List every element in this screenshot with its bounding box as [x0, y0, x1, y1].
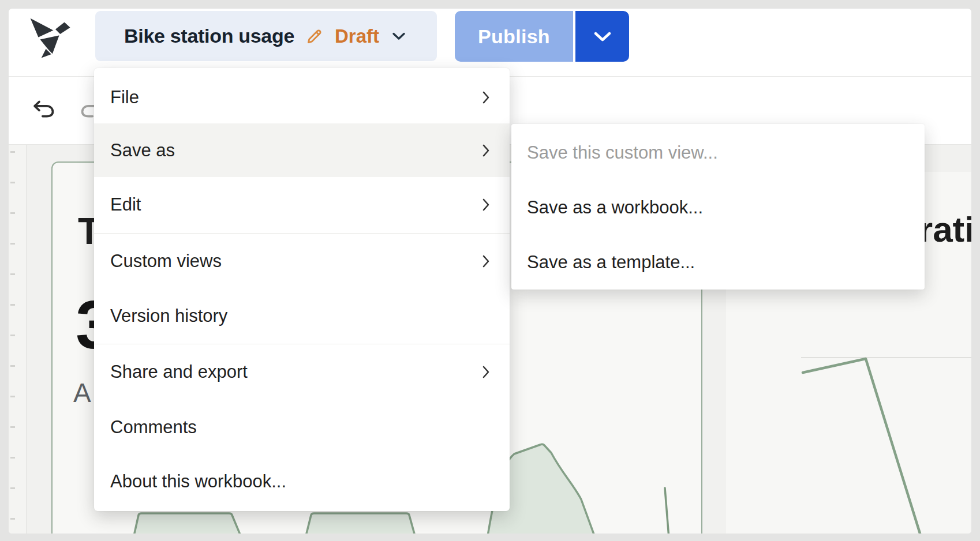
pencil-icon — [305, 27, 324, 46]
save-as-submenu: Save this custom view... Save as a workb… — [511, 124, 925, 290]
menu-item-label: Comments — [110, 417, 197, 438]
menu-item-label: Save as — [110, 140, 175, 161]
app-window: Bike station usage Draft Publish T 3 A — [9, 9, 971, 534]
workbook-title: Bike station usage — [124, 25, 294, 47]
file-menu: File Save as Edit Custom views Version h… — [94, 68, 510, 511]
submenu-item-save-as-a-template[interactable]: Save as a template... — [511, 236, 925, 289]
ruler-ticks — [10, 151, 15, 526]
submenu-item-label: Save as a workbook... — [527, 197, 703, 218]
menu-item-edit[interactable]: Edit — [94, 177, 510, 232]
menu-item-label: Custom views — [110, 251, 222, 272]
menu-item-label: About this workbook... — [110, 471, 286, 492]
submenu-item-label: Save this custom view... — [527, 142, 718, 163]
menu-item-label: File — [110, 87, 139, 108]
submenu-chevron-icon — [482, 198, 490, 212]
menu-item-file[interactable]: File — [94, 72, 510, 123]
submenu-chevron-icon — [482, 144, 490, 157]
publish-button[interactable]: Publish — [455, 11, 573, 62]
publish-dropdown-button[interactable] — [575, 11, 629, 62]
submenu-chevron-icon — [482, 254, 490, 268]
menu-item-version-history[interactable]: Version history — [94, 288, 510, 343]
menu-item-label: Share and export — [110, 362, 248, 382]
status-badge: Draft — [335, 25, 379, 47]
sigma-logo-icon[interactable] — [26, 13, 72, 61]
submenu-chevron-icon — [482, 91, 490, 104]
submenu-item-save-as-a-workbook[interactable]: Save as a workbook... — [511, 181, 925, 234]
undo-icon[interactable] — [32, 100, 56, 118]
line-chart — [796, 346, 971, 534]
workbook-title-button[interactable]: Bike station usage Draft — [95, 11, 437, 61]
menu-item-save-as[interactable]: Save as — [94, 123, 510, 177]
menu-item-comments[interactable]: Comments — [94, 400, 510, 455]
menu-item-share-and-export[interactable]: Share and export — [94, 344, 510, 400]
menu-item-label: Version history — [110, 306, 227, 326]
submenu-item-label: Save as a template... — [527, 252, 695, 273]
submenu-item-save-this-custom-view: Save this custom view... — [511, 126, 925, 179]
menu-item-custom-views[interactable]: Custom views — [94, 234, 510, 288]
submenu-chevron-icon — [482, 365, 490, 379]
kpi-label-fragment: A — [73, 377, 91, 408]
menu-item-label: Edit — [110, 194, 141, 215]
gutter-divider — [26, 145, 27, 534]
publish-label: Publish — [478, 25, 550, 48]
chevron-down-icon — [594, 32, 611, 42]
chevron-down-icon — [392, 32, 406, 40]
menu-item-about-this-workbook[interactable]: About this workbook... — [94, 455, 510, 508]
card-title-fragment: ratio — [919, 209, 971, 250]
